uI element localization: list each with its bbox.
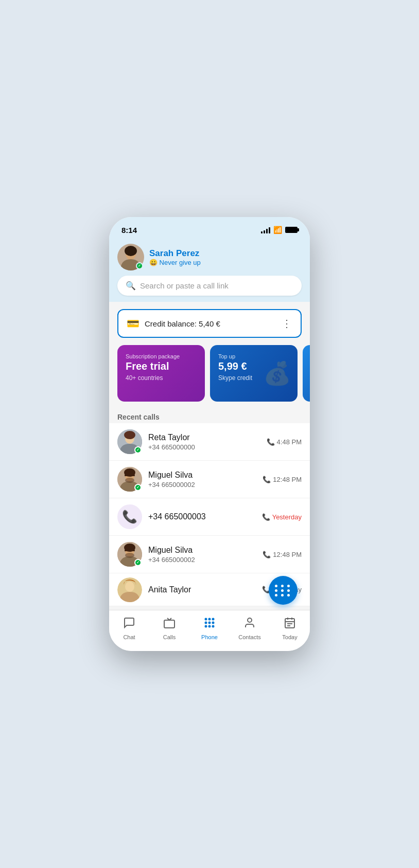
user-name: Sarah Perez — [149, 248, 201, 259]
svg-point-22 — [213, 622, 214, 623]
credit-left: 💳 Credit balance: 5,40 € — [127, 317, 220, 330]
svg-rect-16 — [164, 620, 174, 628]
battery-icon — [285, 227, 298, 233]
call-online-badge — [134, 559, 142, 566]
call-info: Anita Taylor — [148, 585, 256, 594]
svg-point-17 — [205, 618, 207, 620]
more-options-icon[interactable]: ⋮ — [282, 317, 292, 330]
incoming-call-icon: 📞 — [263, 551, 271, 558]
status-time: 8:14 — [121, 226, 137, 234]
bottom-nav: Chat Calls — [109, 610, 310, 651]
nav-contacts[interactable]: Contacts — [230, 617, 270, 640]
avatar[interactable] — [117, 244, 144, 270]
fab-dialpad-button[interactable] — [269, 576, 298, 605]
user-status: 😀 Never give up — [149, 259, 201, 266]
promo-cards-row: Subscription package Free trial 40+ coun… — [109, 345, 310, 409]
nav-today[interactable]: Today — [270, 617, 310, 640]
call-time: 📞 4:48 PM — [267, 438, 302, 446]
call-info: Miguel Silva +34 665000002 — [148, 546, 256, 564]
call-info: Miguel Silva +34 665000002 — [148, 471, 256, 489]
nav-chat-label: Chat — [123, 634, 135, 640]
subscription-card[interactable]: Subscription package Free trial 40+ coun… — [117, 345, 205, 402]
card-title-1: Free trial — [126, 360, 197, 372]
svg-point-2 — [125, 246, 137, 256]
today-icon — [284, 617, 296, 632]
user-info: Sarah Perez 😀 Never give up — [149, 248, 201, 266]
phone-frame: 8:14 📶 — [109, 217, 310, 651]
card-subtitle-1: Subscription package — [126, 353, 197, 359]
nav-chat[interactable]: Chat — [109, 617, 149, 640]
svg-point-21 — [209, 622, 211, 623]
call-item[interactable]: 📞 +34 665000003 📞 Yesterday — [109, 498, 310, 536]
calls-icon — [163, 617, 176, 632]
status-icons: 📶 — [261, 226, 298, 234]
nav-calls-label: Calls — [163, 634, 176, 640]
call-name: Miguel Silva — [148, 546, 256, 555]
svg-point-20 — [205, 622, 207, 623]
svg-point-23 — [205, 625, 207, 627]
call-info: Reta Taylor +34 665000000 — [148, 433, 260, 451]
nav-today-label: Today — [282, 634, 297, 640]
incoming-call-icon: 📞 — [263, 476, 271, 483]
call-time-missed: 📞 Yesterday — [262, 513, 302, 521]
call-item[interactable]: Reta Taylor +34 665000000 📞 4:48 PM — [109, 423, 310, 461]
search-bar[interactable]: 🔍 Search or paste a call link — [117, 276, 302, 296]
recent-calls-label: Recent calls — [109, 409, 310, 423]
contacts-icon — [243, 617, 256, 632]
call-number: +34 665000002 — [148, 481, 256, 489]
signal-icon — [261, 226, 270, 233]
call-time: 📞 12:48 PM — [263, 476, 302, 483]
credit-balance: Credit balance: 5,40 € — [145, 319, 220, 328]
credit-icon: 💳 — [127, 317, 139, 330]
incoming-call-icon: 📞 — [267, 438, 275, 446]
missed-call-icon: 📞 — [262, 513, 270, 521]
svg-point-13 — [125, 553, 134, 558]
svg-point-19 — [213, 618, 214, 620]
topup-card-2[interactable] — [303, 345, 310, 402]
call-name: +34 665000003 — [148, 512, 256, 521]
call-name: Reta Taylor — [148, 433, 260, 442]
call-item[interactable]: Miguel Silva +34 665000002 📞 12:48 PM — [109, 461, 310, 498]
call-name: Miguel Silva — [148, 471, 256, 480]
svg-point-24 — [209, 625, 211, 627]
svg-point-5 — [124, 431, 135, 439]
search-placeholder: Search or paste a call link — [140, 281, 229, 290]
call-avatar — [117, 542, 142, 567]
card-desc-1: 40+ countries — [126, 374, 197, 382]
call-avatar — [117, 429, 142, 454]
topup-card[interactable]: Top up 5,99 € Skype credit 💰 — [210, 345, 298, 402]
svg-point-9 — [125, 478, 134, 483]
nav-calls[interactable]: Calls — [149, 617, 189, 640]
call-time: 📞 12:48 PM — [263, 551, 302, 558]
chat-icon — [123, 617, 135, 632]
user-row: Sarah Perez 😀 Never give up — [117, 244, 302, 270]
phone-icon: 📞 — [122, 510, 137, 524]
credit-card[interactable]: 💳 Credit balance: 5,40 € ⋮ — [117, 309, 302, 338]
call-item[interactable]: Miguel Silva +34 665000002 📞 12:48 PM — [109, 536, 310, 573]
call-number: +34 665000000 — [148, 443, 260, 451]
search-icon: 🔍 — [126, 281, 136, 291]
call-online-badge — [134, 484, 142, 491]
svg-point-15 — [125, 582, 134, 592]
call-name: Anita Taylor — [148, 585, 256, 594]
call-avatar: 📞 — [117, 504, 142, 529]
svg-point-26 — [248, 618, 252, 622]
wifi-icon: 📶 — [273, 226, 282, 234]
status-bar: 8:14 📶 — [109, 217, 310, 240]
call-online-badge — [134, 446, 142, 454]
card-subtitle-2: Top up — [218, 353, 289, 359]
nav-contacts-label: Contacts — [238, 634, 260, 640]
call-avatar-img — [117, 577, 142, 602]
nav-phone[interactable]: Phone — [189, 617, 230, 640]
call-avatar — [117, 467, 142, 492]
call-avatar-img: 📞 — [117, 504, 142, 529]
call-avatar — [117, 577, 142, 602]
money-icon: 💰 — [263, 360, 291, 387]
online-badge — [136, 262, 143, 269]
call-number: +34 665000002 — [148, 556, 256, 564]
nav-phone-label: Phone — [201, 634, 218, 640]
header: Sarah Perez 😀 Never give up 🔍 Search or … — [109, 240, 310, 302]
phone-icon — [203, 617, 216, 632]
dialpad-icon — [275, 585, 291, 596]
svg-point-25 — [213, 625, 214, 627]
